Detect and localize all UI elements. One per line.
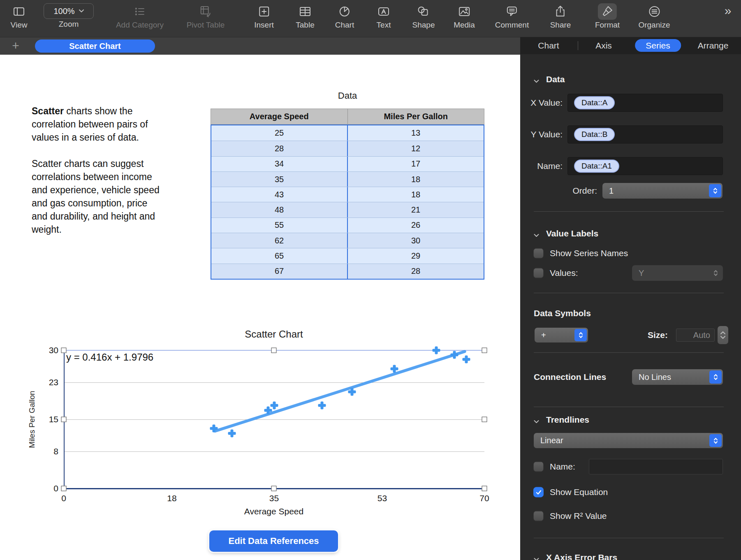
y-value-token[interactable]: Data::B bbox=[574, 128, 615, 141]
trendline-equation[interactable]: y = 0.416x + 1.9796 bbox=[66, 352, 153, 363]
table-row[interactable]: 2513 bbox=[211, 125, 484, 141]
selection-handle[interactable] bbox=[271, 486, 277, 491]
table-row[interactable]: 2812 bbox=[211, 141, 484, 156]
data-point-marker[interactable] bbox=[228, 429, 236, 437]
comment-button[interactable]: Comment bbox=[495, 0, 529, 37]
table-cell[interactable]: 55 bbox=[211, 218, 348, 233]
chart-button[interactable]: Chart bbox=[335, 0, 354, 37]
table-row[interactable]: 6529 bbox=[211, 248, 484, 263]
table-row[interactable]: 4318 bbox=[211, 187, 484, 202]
table-cell[interactable]: 13 bbox=[348, 125, 484, 141]
series-name-field[interactable]: Data::A1 bbox=[567, 157, 723, 175]
x-value-field[interactable]: Data::A bbox=[567, 94, 723, 112]
data-table[interactable]: Average Speed Miles Per Gallon 251328123… bbox=[211, 109, 484, 280]
table-row[interactable]: 4821 bbox=[211, 202, 484, 217]
table-cell[interactable]: 17 bbox=[348, 157, 484, 171]
x-axis-title[interactable]: Average Speed bbox=[244, 507, 303, 516]
trendline-type-dropdown[interactable]: Linear bbox=[534, 433, 723, 448]
zoom-dropdown[interactable]: 100% bbox=[44, 3, 94, 19]
data-point-marker[interactable] bbox=[463, 356, 470, 363]
tab-axis[interactable]: Axis bbox=[595, 37, 612, 54]
y-axis-title[interactable]: Miles Per Gallon bbox=[28, 391, 37, 448]
table-cell[interactable]: 18 bbox=[348, 172, 484, 187]
tab-arrange[interactable]: Arrange bbox=[698, 37, 729, 54]
data-point-marker[interactable] bbox=[348, 388, 356, 396]
table-title[interactable]: Data bbox=[338, 90, 357, 101]
x-value-token[interactable]: Data::A bbox=[574, 96, 615, 109]
y-value-field[interactable]: Data::B bbox=[567, 125, 723, 143]
text-button[interactable]: Text bbox=[374, 0, 393, 37]
table-cell[interactable]: 62 bbox=[211, 233, 348, 248]
table-cell[interactable]: 35 bbox=[211, 172, 348, 187]
view-button[interactable]: View bbox=[9, 0, 28, 37]
tab-chart[interactable]: Chart bbox=[538, 37, 559, 54]
show-equation-checkbox[interactable] bbox=[533, 487, 544, 498]
stepper-icon[interactable] bbox=[709, 434, 722, 447]
column-header[interactable]: Average Speed bbox=[211, 109, 348, 124]
table-cell[interactable]: 12 bbox=[348, 141, 484, 156]
data-point-marker[interactable] bbox=[270, 402, 278, 410]
data-point-marker[interactable] bbox=[450, 351, 458, 359]
value-labels-disclosure-icon[interactable] bbox=[534, 232, 540, 236]
values-checkbox[interactable] bbox=[533, 268, 544, 278]
media-button[interactable]: Media bbox=[454, 0, 475, 37]
tab-series[interactable]: Series bbox=[635, 39, 681, 52]
table-cell[interactable]: 18 bbox=[348, 187, 484, 202]
zoom-control[interactable]: 100% Zoom bbox=[44, 0, 94, 37]
data-disclosure-icon[interactable] bbox=[534, 78, 540, 81]
table-cell[interactable]: 30 bbox=[348, 233, 484, 248]
organize-button[interactable]: Organize bbox=[638, 0, 670, 37]
table-body[interactable]: 2513281234173518431848215526623065296728 bbox=[211, 125, 484, 280]
format-button[interactable]: Format bbox=[595, 0, 620, 37]
trendlines-disclosure-icon[interactable] bbox=[534, 418, 540, 422]
table-cell[interactable]: 65 bbox=[211, 248, 348, 263]
table-cell[interactable]: 29 bbox=[348, 248, 484, 263]
table-row[interactable]: 3518 bbox=[211, 171, 484, 187]
table-row[interactable]: 5526 bbox=[211, 218, 484, 233]
selection-handle[interactable] bbox=[61, 348, 67, 353]
data-point-marker[interactable] bbox=[318, 402, 326, 410]
series-name-token[interactable]: Data::A1 bbox=[574, 160, 619, 173]
selection-handle[interactable] bbox=[482, 486, 487, 491]
table-cell[interactable]: 48 bbox=[211, 202, 348, 217]
data-point-marker[interactable] bbox=[210, 425, 218, 433]
table-cell[interactable]: 34 bbox=[211, 157, 348, 171]
table-cell[interactable]: 43 bbox=[211, 187, 348, 202]
table-cell[interactable]: 28 bbox=[348, 264, 484, 279]
add-sheet-icon[interactable]: + bbox=[9, 39, 22, 53]
column-header[interactable]: Miles Per Gallon bbox=[348, 109, 484, 124]
table-row[interactable]: 6230 bbox=[211, 233, 484, 248]
trendline[interactable] bbox=[213, 349, 467, 433]
stepper-icon[interactable] bbox=[709, 370, 722, 384]
stepper-icon[interactable] bbox=[709, 184, 721, 197]
show-series-names-checkbox[interactable] bbox=[533, 248, 544, 259]
trendline-name-field[interactable] bbox=[589, 459, 723, 474]
data-point-marker[interactable] bbox=[390, 365, 398, 373]
data-point-marker[interactable] bbox=[433, 347, 440, 354]
trendline-name-checkbox[interactable] bbox=[533, 462, 544, 472]
selection-handle[interactable] bbox=[271, 348, 277, 353]
table-cell[interactable]: 67 bbox=[211, 264, 348, 279]
table-cell[interactable]: 26 bbox=[348, 218, 484, 233]
selection-handle[interactable] bbox=[61, 486, 67, 491]
table-cell[interactable]: 28 bbox=[211, 141, 348, 156]
table-cell[interactable]: 25 bbox=[211, 125, 348, 141]
selection-handle[interactable] bbox=[482, 348, 487, 353]
scatter-plot-area[interactable] bbox=[64, 350, 484, 488]
data-symbol-dropdown[interactable]: + bbox=[535, 328, 588, 342]
table-button[interactable]: Table bbox=[296, 0, 315, 37]
chart-title[interactable]: Scatter Chart bbox=[245, 329, 303, 340]
sheet-tab-scatter-chart[interactable]: Scatter Chart bbox=[35, 39, 155, 53]
insert-button[interactable]: Insert bbox=[254, 0, 274, 37]
connection-lines-dropdown[interactable]: No Lines bbox=[632, 369, 723, 385]
table-cell[interactable]: 21 bbox=[348, 202, 484, 217]
shape-button[interactable]: Shape bbox=[412, 0, 435, 37]
share-button[interactable]: Share bbox=[550, 0, 571, 37]
selection-handle[interactable] bbox=[482, 417, 487, 422]
order-dropdown[interactable]: 1 bbox=[602, 183, 722, 199]
stepper-icon[interactable] bbox=[574, 329, 587, 341]
table-row[interactable]: 3417 bbox=[211, 156, 484, 171]
edit-data-references-button[interactable]: Edit Data References bbox=[209, 530, 338, 552]
x-axis-error-bars-disclosure-icon[interactable] bbox=[534, 556, 540, 560]
toolbar-overflow-icon[interactable]: » bbox=[720, 2, 736, 19]
